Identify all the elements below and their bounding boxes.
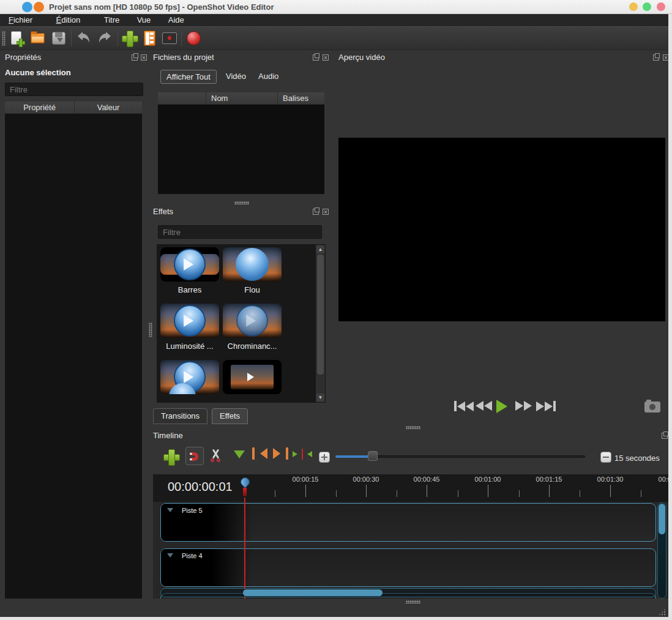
- video-preview[interactable]: [338, 138, 665, 321]
- scrollbar-thumb[interactable]: [317, 255, 324, 375]
- track-label: Piste 5: [182, 507, 203, 514]
- tab-transitions[interactable]: Transitions: [153, 408, 207, 424]
- close-panel-icon[interactable]: ×: [141, 54, 147, 61]
- scrollbar-thumb[interactable]: [659, 504, 665, 534]
- splitter-handle[interactable]: [234, 201, 249, 204]
- float-panel-icon[interactable]: [662, 433, 668, 439]
- menu-aide[interactable]: Aide: [162, 14, 190, 24]
- files-tab-all[interactable]: Afficher Tout: [160, 70, 217, 84]
- titlebar: Projet sans nom [HD 1080p 50 fps] - Open…: [0, 0, 672, 14]
- play-button[interactable]: [496, 400, 507, 413]
- effects-filter-input[interactable]: [158, 225, 322, 239]
- close-panel-icon[interactable]: ×: [323, 54, 329, 61]
- files-table-body[interactable]: [158, 105, 324, 194]
- column-thumbnail[interactable]: [158, 92, 206, 105]
- choose-profile-button[interactable]: [141, 30, 159, 47]
- files-tab-video[interactable]: Vidéo: [220, 70, 252, 83]
- play-icon: [496, 400, 507, 413]
- tray-icon-orange[interactable]: [34, 2, 44, 12]
- effect-item[interactable]: [160, 360, 219, 398]
- timeline-vertical-scrollbar[interactable]: [657, 502, 666, 599]
- tab-effets[interactable]: Effets: [212, 408, 248, 424]
- menu-fichier[interactable]: Fichier: [2, 14, 39, 24]
- column-propriete[interactable]: Propriété: [5, 102, 75, 114]
- properties-table-header: Propriété Valeur: [5, 102, 142, 114]
- splitter-handle[interactable]: [149, 323, 152, 337]
- float-panel-icon[interactable]: [313, 209, 319, 215]
- column-valeur[interactable]: Valeur: [75, 102, 142, 114]
- splitter-handle[interactable]: [406, 426, 420, 429]
- scrollbar-thumb[interactable]: [243, 589, 383, 596]
- jump-to-start-button[interactable]: [454, 401, 474, 411]
- files-tab-audio[interactable]: Audio: [253, 70, 284, 83]
- ruler-label: 00:01:45: [644, 476, 668, 483]
- save-project-button[interactable]: [50, 30, 67, 47]
- column-balises[interactable]: Balises: [278, 92, 324, 105]
- import-files-button[interactable]: [121, 30, 138, 47]
- effect-item[interactable]: [223, 360, 282, 398]
- add-marker-button[interactable]: [234, 450, 245, 464]
- close-panel-icon[interactable]: ×: [323, 209, 329, 215]
- redo-button[interactable]: [97, 30, 114, 47]
- close-button[interactable]: [657, 2, 665, 11]
- toolbar-drag-handle[interactable]: [2, 31, 6, 46]
- menu-edition[interactable]: Édition: [50, 14, 86, 24]
- new-project-button[interactable]: [9, 30, 26, 47]
- maximize-button[interactable]: [643, 2, 651, 11]
- minimize-button[interactable]: [629, 2, 638, 11]
- menu-vue[interactable]: Vue: [131, 14, 157, 24]
- next-marker-icon: [273, 448, 286, 459]
- jump-to-end-button[interactable]: [536, 401, 556, 411]
- effects-list[interactable]: Barres Flou Luminosité ... Chrominanc...: [157, 244, 326, 403]
- window-resize-grip[interactable]: [659, 608, 666, 616]
- open-project-button[interactable]: [29, 30, 47, 47]
- menu-titre[interactable]: Titre: [98, 14, 126, 24]
- scroll-up-icon[interactable]: ▲: [316, 245, 324, 253]
- zoom-out-button[interactable]: [600, 452, 611, 463]
- properties-filter-input[interactable]: [5, 83, 143, 96]
- effects-scrollbar[interactable]: ▲ ▼: [316, 245, 325, 402]
- zoom-slider-handle[interactable]: [368, 451, 378, 461]
- effect-item[interactable]: Luminosité ...: [160, 304, 219, 351]
- previous-marker-button[interactable]: [252, 447, 267, 460]
- close-panel-icon[interactable]: ×: [663, 54, 668, 61]
- effect-label: Flou: [223, 285, 282, 294]
- properties-table-body[interactable]: [5, 114, 142, 599]
- chevron-down-icon[interactable]: [167, 553, 173, 561]
- track-header[interactable]: Piste 5: [161, 504, 253, 541]
- timeline-tracks-area[interactable]: Piste 5 Piste 4: [153, 502, 668, 599]
- zoom-in-button[interactable]: [319, 452, 330, 463]
- center-playhead-button[interactable]: [293, 449, 312, 460]
- open-folder-icon: [31, 33, 45, 43]
- chevron-down-icon[interactable]: [167, 508, 173, 515]
- float-panel-icon[interactable]: [132, 54, 138, 61]
- track-piste-5[interactable]: Piste 5: [160, 503, 656, 542]
- fullscreen-button[interactable]: [161, 30, 178, 47]
- effect-item[interactable]: Flou: [223, 247, 282, 294]
- timeline-horizontal-scrollbar[interactable]: [160, 588, 656, 597]
- scroll-down-icon[interactable]: ▼: [316, 394, 324, 402]
- ruler-label: 00:00:45: [399, 476, 454, 483]
- track-header[interactable]: Piste 4: [161, 549, 253, 586]
- razor-button[interactable]: [209, 449, 222, 462]
- capture-frame-button[interactable]: [644, 402, 660, 413]
- column-nom[interactable]: Nom: [206, 92, 278, 105]
- export-video-button[interactable]: [185, 30, 203, 47]
- float-panel-icon[interactable]: [653, 54, 659, 61]
- snapping-toggle[interactable]: [185, 447, 204, 465]
- undo-button[interactable]: [76, 30, 93, 47]
- playhead-marker[interactable]: [239, 476, 252, 488]
- effect-item[interactable]: Barres: [160, 247, 219, 294]
- next-marker-button[interactable]: [273, 447, 288, 460]
- timeline-scale-label: 15 secondes: [614, 454, 660, 463]
- fullscreen-icon: [162, 32, 177, 44]
- timeline-ruler[interactable]: 00:00:00:01 00:00:15 00:00:30 00:00:45 0…: [153, 474, 668, 502]
- film-strip-icon: [144, 31, 155, 46]
- rewind-button[interactable]: [476, 401, 492, 411]
- effect-item[interactable]: Chrominanc...: [223, 304, 282, 351]
- splitter-handle[interactable]: [406, 600, 420, 603]
- float-panel-icon[interactable]: [313, 54, 319, 61]
- track-piste-4[interactable]: Piste 4: [160, 548, 656, 587]
- fast-forward-button[interactable]: [515, 401, 532, 411]
- tray-icon-blue[interactable]: [22, 2, 32, 12]
